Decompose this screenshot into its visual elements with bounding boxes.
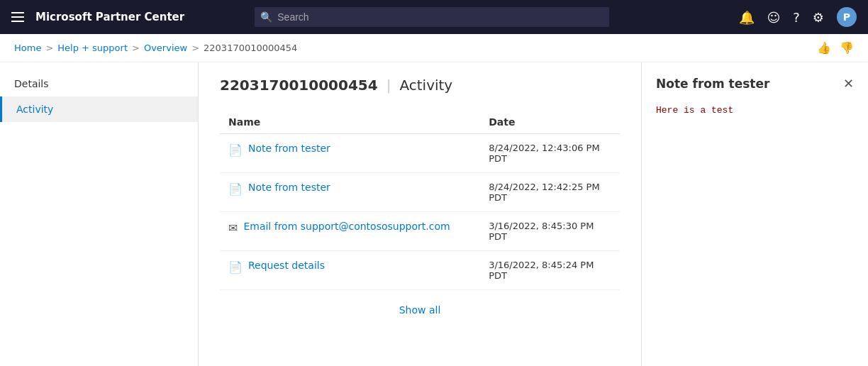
thumbs-up-icon[interactable]: 👍 <box>817 41 831 55</box>
table-row: 📄 Request details 3/16/2022, 8:45:24 PMP… <box>220 251 620 290</box>
activity-link-1[interactable]: Note from tester <box>248 182 330 193</box>
doc-icon: 📄 <box>228 260 243 274</box>
hamburger-menu[interactable] <box>11 12 24 22</box>
brand-title: Microsoft Partner Center <box>35 11 184 23</box>
breadcrumb-sep-2: > <box>132 43 140 53</box>
search-input[interactable] <box>255 7 609 27</box>
breadcrumb-help-support[interactable]: Help + support <box>57 43 128 53</box>
sidebar-item-activity[interactable]: Activity <box>0 96 198 122</box>
date-cell-3: 3/16/2022, 8:45:24 PMPDT <box>480 251 620 290</box>
emoji-icon[interactable]: ☺ <box>767 10 781 25</box>
notification-icon[interactable]: 🔔 <box>739 10 755 25</box>
name-cell-1: 📄 Note from tester <box>220 173 480 212</box>
table-row: 📄 Note from tester 8/24/2022, 12:43:06 P… <box>220 134 620 173</box>
ticket-id-label: 2203170010000454 <box>220 77 378 94</box>
top-navigation: Microsoft Partner Center 🔍 🔔 ☺ ? ⚙ P <box>0 0 868 34</box>
show-all: Show all <box>220 304 620 316</box>
breadcrumb-sep-1: > <box>45 43 53 53</box>
search-bar: 🔍 <box>255 7 609 27</box>
sidebar-item-details[interactable]: Details <box>0 71 198 96</box>
breadcrumb: Home > Help + support > Overview > 22031… <box>0 34 868 62</box>
col-date: Date <box>480 111 620 134</box>
search-icon: 🔍 <box>260 11 272 23</box>
section-label: Activity <box>399 77 452 94</box>
breadcrumb-home[interactable]: Home <box>14 43 41 53</box>
breadcrumb-ticket-id: 2203170010000454 <box>204 43 297 53</box>
panel-header: Note from tester ✕ <box>656 77 854 91</box>
name-cell-0: 📄 Note from tester <box>220 134 480 173</box>
avatar[interactable]: P <box>837 7 857 27</box>
page-title: 2203170010000454 | Activity <box>220 77 620 94</box>
panel-title: Note from tester <box>656 77 769 91</box>
help-icon[interactable]: ? <box>793 10 800 25</box>
main-content: 2203170010000454 | Activity Name Date 📄 … <box>199 62 641 366</box>
activity-link-3[interactable]: Request details <box>248 260 325 271</box>
nav-icons: 🔔 ☺ ? ⚙ P <box>739 7 857 27</box>
activity-link-0[interactable]: Note from tester <box>248 143 330 154</box>
name-cell-3: 📄 Request details <box>220 251 480 290</box>
thumbs-down-icon[interactable]: 👎 <box>840 41 854 55</box>
show-all-link[interactable]: Show all <box>399 304 441 316</box>
table-row: 📄 Note from tester 8/24/2022, 12:42:25 P… <box>220 173 620 212</box>
close-button[interactable]: ✕ <box>843 77 854 90</box>
breadcrumb-crumbs: Home > Help + support > Overview > 22031… <box>14 43 297 53</box>
date-cell-2: 3/16/2022, 8:45:30 PMPDT <box>480 212 620 251</box>
breadcrumb-sep-3: > <box>191 43 199 53</box>
date-cell-0: 8/24/2022, 12:43:06 PMPDT <box>480 134 620 173</box>
panel-note-content: Here is a test <box>656 105 854 116</box>
gear-icon[interactable]: ⚙ <box>813 10 824 25</box>
col-name: Name <box>220 111 480 134</box>
date-cell-1: 8/24/2022, 12:42:25 PMPDT <box>480 173 620 212</box>
feedback-icons: 👍 👎 <box>817 41 854 55</box>
breadcrumb-overview[interactable]: Overview <box>144 43 187 53</box>
activity-link-2[interactable]: Email from support@contososupport.com <box>243 221 450 232</box>
doc-icon: 📄 <box>228 143 243 157</box>
doc-icon: 📄 <box>228 182 243 196</box>
email-icon: ✉ <box>228 221 238 235</box>
main-layout: Details Activity 2203170010000454 | Acti… <box>0 62 868 366</box>
name-cell-2: ✉ Email from support@contososupport.com <box>220 212 480 251</box>
table-row: ✉ Email from support@contososupport.com … <box>220 212 620 251</box>
activity-table: Name Date 📄 Note from tester 8/24/2022, … <box>220 111 620 290</box>
title-divider: | <box>386 77 391 94</box>
sidebar: Details Activity <box>0 62 199 366</box>
right-panel: Note from tester ✕ Here is a test <box>641 62 868 366</box>
